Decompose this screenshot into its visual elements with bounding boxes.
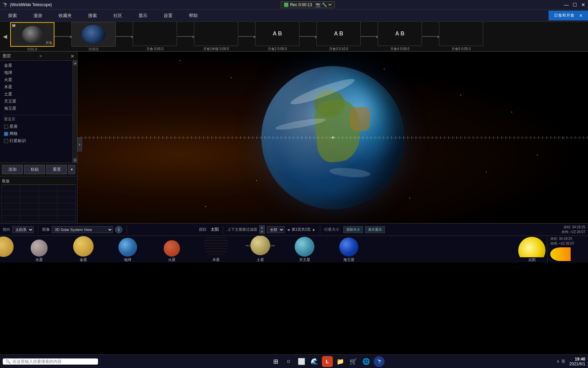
timeline-card-3[interactable] — [194, 22, 238, 46]
scroll-up-btn[interactable]: ▲ — [73, 61, 77, 65]
page-prev-btn[interactable]: ◄ — [287, 228, 290, 232]
menu-settings[interactable]: 设置 — [156, 11, 181, 21]
scroll-track — [73, 65, 77, 158]
taskbar-start-btn[interactable]: ⊞ — [270, 356, 281, 367]
timeline-item-1: 0:03.0 — [71, 22, 116, 51]
ab-badge-6: A B — [395, 31, 405, 37]
layer-item-earth[interactable]: 地球 — [3, 69, 75, 76]
timeline-card-1[interactable] — [71, 22, 116, 47]
saturn-with-rings — [245, 236, 276, 257]
size-buttons-group: 实际大小 加大显示 — [343, 226, 385, 233]
more-options-btn[interactable]: ▼ — [68, 165, 75, 174]
sidebar-expand-handle[interactable]: › — [77, 138, 82, 151]
timeline-card-2[interactable] — [133, 22, 177, 46]
settings-icon[interactable]: 🔧 — [322, 2, 327, 7]
bottom-section: 指向 太阳系 图像 3D Solar System View ℹ 跟踪 太阳 — [0, 223, 588, 262]
filter-down-btn[interactable]: ▼ — [259, 230, 265, 234]
dec-coord: 赤纬: +22 26:07 — [561, 230, 585, 234]
menu-community[interactable]: 社区 — [105, 11, 130, 21]
reset-button[interactable]: 重置 — [46, 165, 67, 174]
filter-up-btn[interactable]: ▲ — [259, 225, 265, 229]
timeline-card-7[interactable] — [439, 22, 483, 46]
filter-select[interactable]: 全部 — [267, 226, 284, 233]
menu-search[interactable]: 搜索 — [80, 11, 105, 21]
layer-item-saturn[interactable]: 土星 — [3, 91, 75, 98]
taskbar-search-btn[interactable]: ○ — [283, 356, 294, 367]
timeline-card-6[interactable]: A B — [378, 22, 422, 46]
paste-button[interactable]: 粘贴 — [24, 165, 45, 174]
taskbar-app-l[interactable]: L — [322, 356, 333, 367]
taskbar-app-blue[interactable]: 🔭 — [374, 356, 385, 367]
restore-button[interactable]: ☐ — [573, 2, 577, 7]
checkbox-planets[interactable] — [4, 139, 8, 143]
overlay-planets[interactable]: 行星标识 — [3, 137, 75, 144]
taskbar-app-icons: ⊞ ○ ⬜ 🌊 L 📁 🛒 🌐 🔭 — [270, 356, 385, 367]
overlay-grid[interactable]: ✓ 网格 — [3, 130, 75, 137]
sidebar: 图层 > ✕ 金星 地球 火星 木星 土星 天王星 海王星 — [0, 52, 78, 223]
taskbar-files[interactable]: 📁 — [335, 356, 346, 367]
planet-item-uranus[interactable]: 天王星 — [282, 237, 327, 262]
close-eclipse-tab[interactable]: ✕ — [579, 13, 583, 18]
menu-eclipse-active[interactable]: 日食和月食 ✕ — [549, 11, 588, 20]
timeline-card-4[interactable]: A B — [255, 22, 299, 46]
search-input[interactable] — [13, 359, 94, 364]
takings-row — [2, 210, 76, 216]
menu-view[interactable]: 显示 — [130, 11, 156, 21]
connector-0 — [54, 36, 71, 37]
planet-item-saturn[interactable]: 土星 — [238, 236, 282, 262]
card-label-0: 片头 — [46, 41, 52, 45]
taskbar-search-box[interactable]: 🔍 — [3, 358, 98, 365]
scroll-down-btn[interactable]: ▼ — [73, 158, 77, 163]
view-mode-select[interactable]: 3D Solar System View — [52, 226, 113, 233]
planet-item-earth[interactable]: 地球 — [105, 238, 150, 262]
tray-expand[interactable]: ∧ — [557, 359, 559, 364]
star — [180, 60, 180, 61]
layer-item-mars[interactable]: 火星 — [3, 76, 75, 83]
planet-item-venus[interactable]: 金星 — [61, 236, 105, 262]
card-time-6: 月食4 0:08.0 — [390, 47, 409, 51]
viewport[interactable]: // Ticks drawn via JS below + — [78, 52, 588, 223]
taskbar-store[interactable]: 🛒 — [348, 356, 359, 367]
planet-item-sun[interactable]: 太阳 — [517, 236, 547, 262]
checkbox-grid[interactable]: ✓ — [4, 132, 8, 136]
page-next-btn[interactable]: ► — [312, 228, 316, 232]
connector-4 — [299, 36, 316, 37]
timeline-card-0[interactable]: M 片头 — [10, 22, 54, 47]
timeline-nav-left[interactable]: ◄ — [0, 33, 10, 41]
planet-label-saturn: 土星 — [257, 257, 264, 262]
layer-item-venus[interactable]: 金星 — [3, 62, 75, 69]
timeline-card-5[interactable]: A B — [316, 22, 361, 46]
minimize-button[interactable]: — — [564, 2, 569, 7]
planet-item-jupiter[interactable]: 木星 — [194, 236, 238, 262]
sidebar-close-btn[interactable]: ✕ — [70, 53, 75, 59]
enlarge-btn[interactable]: 加大显示 — [365, 226, 385, 233]
recording-indicator: Rec 0:00:13 📷 🔧 ✂ — [281, 1, 335, 8]
menu-explore[interactable]: 探索 — [0, 11, 25, 21]
taskbar-ie[interactable]: 🌐 — [361, 356, 372, 367]
sidebar-expand-arrow[interactable]: > — [39, 54, 42, 59]
layer-item-neptune[interactable]: 海王星 — [3, 105, 75, 112]
close-button[interactable]: ✕ — [581, 2, 585, 7]
active-menu-label: 日食和月食 — [554, 13, 574, 18]
planet-item-neptune[interactable]: 海王星 — [327, 237, 371, 262]
connector-3 — [238, 36, 255, 37]
add-button[interactable]: 添加 — [2, 165, 23, 174]
menu-collections[interactable]: 收藏夹 — [50, 11, 80, 21]
checkbox-stars[interactable] — [4, 125, 8, 129]
menu-help[interactable]: 帮助 — [181, 11, 206, 21]
actual-size-btn[interactable]: 实际大小 — [343, 226, 363, 233]
scissors-icon[interactable]: ✂ — [328, 2, 332, 7]
taskbar-task-view[interactable]: ⬜ — [296, 356, 307, 367]
card-time-7: 月食5 0:05.0 — [452, 47, 471, 51]
main-layout: 图层 > ✕ 金星 地球 火星 木星 土星 天王星 海王星 — [0, 52, 588, 223]
planet-item-mars[interactable]: 火星 — [150, 240, 194, 262]
layer-item-uranus[interactable]: 天王星 — [3, 98, 75, 105]
taskbar-edge[interactable]: 🌊 — [309, 356, 320, 367]
overlay-stars[interactable]: 星座 — [3, 123, 75, 130]
info-button[interactable]: ℹ — [115, 226, 122, 233]
solar-system-select[interactable]: 太阳系 — [12, 226, 34, 233]
layer-item-jupiter[interactable]: 木星 — [3, 83, 75, 91]
screenshot-icon[interactable]: 📷 — [315, 2, 321, 7]
planet-item-mercury[interactable]: 水星 — [17, 240, 61, 262]
menu-tour[interactable]: 漫游 — [25, 11, 50, 21]
